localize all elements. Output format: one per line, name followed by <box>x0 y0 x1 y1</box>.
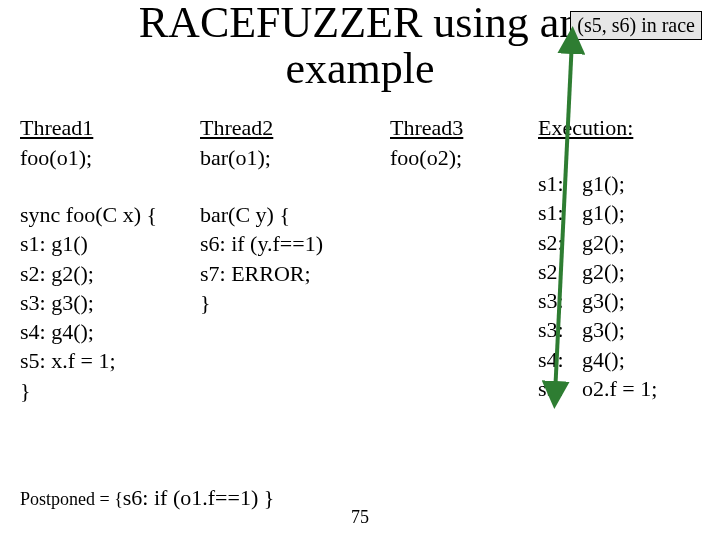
thread1-column: Thread1 foo(o1); <box>20 113 195 172</box>
title-line-1: RACEFUZZER using an <box>139 0 581 47</box>
execution-heading: Execution: <box>538 113 708 143</box>
page-number: 75 <box>0 507 720 528</box>
thread2-column: Thread2 bar(o1); <box>200 113 390 172</box>
code-line: s2: g2(); <box>20 259 200 288</box>
code-line: s6: if (y.f==1) <box>200 229 400 258</box>
exec-row: s3:g3(); <box>538 286 718 315</box>
thread2-heading: Thread2 <box>200 113 390 143</box>
exec-row: s1:g1(); <box>538 198 718 227</box>
exec-row: s2:g2(); <box>538 228 718 257</box>
code-line: s4: g4(); <box>20 317 200 346</box>
execution-trace: s1:g1(); s1:g1(); s2:g2(); s2:g2(); s3:g… <box>538 169 718 403</box>
foo-close: } <box>20 376 200 405</box>
exec-row: s4:g4(); <box>538 345 718 374</box>
thread1-call: foo(o1); <box>20 143 195 173</box>
code-line: s7: ERROR; <box>200 259 400 288</box>
postponed-prefix: Postponed = { <box>20 489 123 509</box>
code-line: s5: x.f = 1; <box>20 346 200 375</box>
title-line-2: example <box>285 44 434 93</box>
exec-row: s5:o2.f = 1; <box>538 374 718 403</box>
race-badge: (s5, s6) in race <box>570 11 702 40</box>
exec-row: s2:g2(); <box>538 257 718 286</box>
code-line: s1: g1() <box>20 229 200 258</box>
thread3-column: Thread3 foo(o2); <box>390 113 530 172</box>
thread3-heading: Thread3 <box>390 113 530 143</box>
slide: RACEFUZZER using an example (s5, s6) in … <box>0 0 720 540</box>
exec-row: s3:g3(); <box>538 315 718 344</box>
execution-column-header: Execution: <box>538 113 708 143</box>
bar-signature: bar(C y) { <box>200 200 400 229</box>
thread3-call: foo(o2); <box>390 143 530 173</box>
foo-definition: sync foo(C x) { s1: g1() s2: g2(); s3: g… <box>20 200 200 405</box>
bar-definition: bar(C y) { s6: if (y.f==1) s7: ERROR; } <box>200 200 400 317</box>
exec-row: s1:g1(); <box>538 169 718 198</box>
thread1-heading: Thread1 <box>20 113 195 143</box>
foo-signature: sync foo(C x) { <box>20 200 200 229</box>
thread2-call: bar(o1); <box>200 143 390 173</box>
code-line: s3: g3(); <box>20 288 200 317</box>
bar-close: } <box>200 288 400 317</box>
